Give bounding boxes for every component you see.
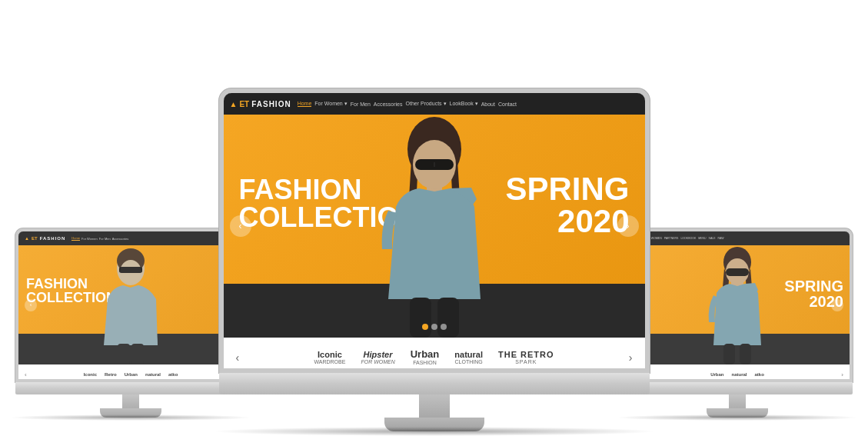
hero-text-right-main: SPRING 2020 <box>505 174 629 238</box>
svg-rect-22 <box>740 344 751 364</box>
monitor-main-shadow <box>211 427 657 436</box>
brand-iconic-main: IconicWARDROBE <box>314 350 345 365</box>
monitor-right-navbar: HOME FOR WOMEN PARTNERS LOOKBOOK MENU SA… <box>625 231 850 245</box>
person-svg-main <box>358 115 511 338</box>
brand-urban-left: Urban <box>125 372 138 378</box>
brand-retro-sub: SPARK <box>498 359 554 365</box>
brand-atko-left: atko <box>168 372 178 378</box>
brand-natural-sub: CLOTHING <box>454 359 483 365</box>
nav-home-main[interactable]: Home <box>298 101 312 107</box>
brand-natural-right: natural <box>731 372 747 378</box>
monitor-right-screen: HOME FOR WOMEN PARTNERS LOOKBOOK MENU SA… <box>625 231 850 379</box>
monitor-main-screen: ▲ ET FASHION Home For Women ▾ For Men Ac… <box>224 93 645 368</box>
monitor-left-nav-links: Home For Women For Men Accessories <box>72 236 128 241</box>
nav-sale-right[interactable]: SALE <box>709 237 716 240</box>
nav-lookbook-main[interactable]: LookBook ▾ <box>450 101 478 107</box>
logo-triangle-icon: ▲ <box>230 100 238 108</box>
monitor-right-brands: ‹ Urban natural atko › <box>625 364 850 379</box>
dot-3[interactable] <box>441 324 447 330</box>
brands-list-right: Urban natural atko <box>634 372 842 378</box>
brand-urban-right: Urban <box>710 372 723 378</box>
monitor-left-logo: ▲ ET FASHION <box>25 236 65 241</box>
brands-list-main: IconicWARDROBE HipsterFOR WOMEN UrbanFAS… <box>239 349 629 366</box>
svg-rect-15 <box>437 298 459 338</box>
brand-retro-main: THE RETROSPARK <box>498 350 554 365</box>
hero-arrow-left-left[interactable]: ‹ <box>25 299 37 311</box>
monitor-left-brands: ‹ Iconic Retro Urban natural atko › <box>18 364 243 379</box>
nav-acc-left[interactable]: Accessories <box>112 237 129 241</box>
monitor-main-nav-links: Home For Women ▾ For Men Accessories Oth… <box>298 101 517 107</box>
nav-home-left[interactable]: Home <box>72 236 80 241</box>
hero-arrow-right-main[interactable]: › <box>617 215 639 237</box>
nav-lookbook-right[interactable]: LOOKBOOK <box>680 237 696 240</box>
logo-icon-left: ▲ <box>25 236 29 241</box>
hero-spring-right: SPRING <box>784 278 843 294</box>
brand-hipster-main: HipsterFOR WOMEN <box>361 350 394 365</box>
brand-hipster-sub: FOR WOMEN <box>361 359 394 365</box>
hero-year-main: 2020 <box>505 206 629 238</box>
monitor-main-hero: ‹ › FASHION COLLECTION SPRING 2020 <box>224 115 645 338</box>
monitor-main-stand <box>384 394 484 431</box>
monitor-left-neck <box>122 394 139 408</box>
person-svg-left <box>88 245 173 364</box>
monitor-main-body: ▲ ET FASHION Home For Women ▾ For Men Ac… <box>219 88 650 373</box>
hero-arrow-left-main[interactable]: ‹ <box>230 215 251 237</box>
hero-arrow-right-right[interactable]: › <box>831 299 843 311</box>
nav-other-main[interactable]: Other Products ▾ <box>406 101 447 107</box>
dot-1[interactable] <box>422 324 428 330</box>
brands-next-main[interactable]: › <box>629 351 633 364</box>
person-right <box>695 245 780 364</box>
monitor-main-logo: ▲ ET FASHION <box>230 100 291 108</box>
nav-contact-main[interactable]: Contact <box>498 102 517 107</box>
monitor-main: ▲ ET FASHION Home For Women ▾ For Men Ac… <box>211 88 657 436</box>
brands-next-right[interactable]: › <box>841 371 843 378</box>
person-svg-right <box>695 245 780 364</box>
nav-about-main[interactable]: About <box>481 102 495 107</box>
slider-dots-main <box>422 324 447 330</box>
monitor-main-chin <box>219 373 650 394</box>
svg-rect-7 <box>131 344 144 364</box>
svg-rect-5 <box>119 267 142 273</box>
monitor-main-brands: ‹ IconicWARDROBE HipsterFOR WOMEN UrbanF… <box>224 338 645 368</box>
brand-natural-main: naturalCLOTHING <box>454 350 483 365</box>
brands-list-left: Iconic Retro Urban natural atko <box>27 372 235 378</box>
brand-iconic-left: Iconic <box>84 372 97 378</box>
nav-men-main[interactable]: For Men <box>351 102 371 107</box>
logo-fashion-main: FASHION <box>251 100 291 108</box>
nav-raw-right[interactable]: RAW <box>718 237 724 240</box>
brand-urban-sub: FASHION <box>411 360 440 366</box>
monitor-left-hero: ‹ › FASHION COLLECTION <box>18 245 243 364</box>
svg-rect-20 <box>726 268 749 276</box>
brand-natural-left: natural <box>145 372 161 378</box>
monitor-main-neck <box>419 394 450 418</box>
logo-fashion-left: FASHION <box>40 236 66 241</box>
logo-et-main: ET <box>239 100 249 108</box>
brand-atko-right: atko <box>755 372 764 378</box>
nav-women-main[interactable]: For Women ▾ <box>314 101 347 107</box>
logo-et-left: ET <box>32 236 38 241</box>
nav-women-left[interactable]: For Women <box>81 237 98 241</box>
brand-retro-left: Retro <box>105 372 117 378</box>
monitor-left-navbar: ▲ ET FASHION Home For Women For Men Acce… <box>18 231 243 245</box>
monitor-right-hero: ‹ › SPRING 2020 <box>625 245 850 364</box>
brand-iconic-sub: WARDROBE <box>314 359 345 365</box>
nav-menu-right[interactable]: MENU <box>698 237 706 240</box>
dot-2[interactable] <box>431 324 437 330</box>
person-main <box>358 115 511 338</box>
svg-rect-14 <box>410 298 431 338</box>
nav-men-left[interactable]: For Men <box>99 237 111 241</box>
svg-rect-6 <box>118 344 130 364</box>
person-left <box>88 245 173 364</box>
scene: ▲ ET FASHION Home For Women For Men Acce… <box>0 0 868 436</box>
nav-partners-right[interactable]: PARTNERS <box>664 237 679 240</box>
monitor-right-neck <box>729 394 746 408</box>
hero-spring-main: SPRING <box>505 174 629 206</box>
svg-rect-21 <box>723 344 735 364</box>
brand-urban-main: UrbanFASHION <box>411 349 440 366</box>
monitor-left-screen: ▲ ET FASHION Home For Women For Men Acce… <box>18 231 243 379</box>
monitor-main-navbar: ▲ ET FASHION Home For Women ▾ For Men Ac… <box>224 93 645 115</box>
nav-accessories-main[interactable]: Accessories <box>374 102 403 107</box>
